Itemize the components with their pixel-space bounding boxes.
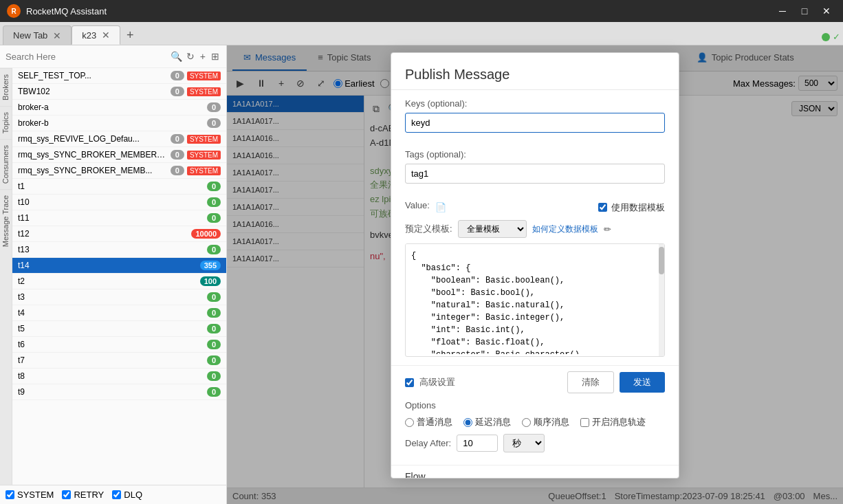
radio-ordered[interactable]: 顺序消息 [522,416,569,428]
sidebar-item-name: t9 [18,387,204,397]
sidebar-list-item[interactable]: t60 [12,337,226,353]
sidebar-list-item[interactable]: rmq_sys_SYNC_BROKER_MEMB...0SYSTEM [12,163,226,179]
sidebar-content: Brokers Topics Consumers Message Trace S… [0,68,226,485]
sidebar-item-badge: 0 [207,308,221,318]
filter-dlq[interactable]: DLQ [112,490,142,500]
tab-k23[interactable]: k23 ✕ [72,25,120,45]
sidebar-item-badge: 0 [207,324,221,333]
connection-icon: ✓ [833,32,840,42]
sidebar-list-item[interactable]: rmq_sys_REVIVE_LOG_Defau...0SYSTEM [12,131,226,147]
sidebar-list-item[interactable]: t1210000 [12,226,226,242]
sidebar-item-name: t13 [18,245,204,254]
title-bar: R RocketMQ Assistant ─ □ ✕ [0,0,843,22]
use-template-checkbox[interactable] [598,203,607,212]
tab-label: k23 [82,30,96,41]
sidebar-item-name: t2 [18,276,197,286]
file-icon[interactable]: 📄 [435,202,446,212]
tab-close-active-icon[interactable]: ✕ [102,30,110,41]
sidebar-item-badge: 0 [207,213,221,223]
sidebar-item-badge: 10000 [191,229,221,239]
template-select[interactable]: 全量模板 [458,220,527,238]
clear-button[interactable]: 清除 [567,371,614,393]
sidebar-item-tag: SYSTEM [187,87,221,96]
tab-bar: New Tab ✕ k23 ✕ + ✓ [0,22,843,45]
sidebar-item-name: t7 [18,355,204,365]
sidebar-item-tag: SYSTEM [187,135,221,144]
keys-input[interactable] [405,113,665,133]
sidebar-list-item[interactable]: t90 [12,384,226,400]
sidebar-item-tag: SYSTEM [187,72,221,80]
sidebar-item-name: broker-a [18,102,204,112]
sidebar-list-item[interactable]: t100 [12,195,226,210]
sidebar-list-item[interactable]: t10 [12,179,226,195]
sidebar-list-item[interactable]: t2100 [12,274,226,289]
sidebar-list-item[interactable]: TBW1020SYSTEM [12,84,226,100]
sidebar-label-consumers[interactable]: Consumers [0,139,12,189]
radio-normal[interactable]: 普通消息 [405,416,452,428]
sidebar-label-message-trace[interactable]: Message Trace [0,189,12,252]
sidebar-list-item[interactable]: t130 [12,242,226,258]
sidebar-list-item[interactable]: t14355 [12,258,226,274]
value-textarea-container: { "basic": { "boolean": Basic.boolean(),… [405,243,665,357]
flow-label: Flow [405,471,665,479]
minimize-button[interactable]: ─ [773,1,792,21]
sidebar-item-name: t6 [18,340,204,349]
send-button[interactable]: 发送 [620,372,665,393]
keys-section: Keys (optional): [391,90,679,141]
value-label: Value: [405,200,430,210]
sidebar-list-item[interactable]: broker-a0 [12,100,226,116]
sidebar-item-name: t3 [18,292,204,302]
sidebar-list-item[interactable]: broker-b0 [12,116,226,131]
edit-template-icon[interactable]: ✏ [604,224,611,234]
tab-new-tab[interactable]: New Tab ✕ [3,25,72,45]
sidebar-list-item[interactable]: SELF_TEST_TOP...0SYSTEM [12,68,226,84]
sidebar-item-name: t10 [18,197,204,207]
maximize-button[interactable]: □ [795,1,814,21]
textarea-scrollbar [659,244,664,356]
advanced-checkbox[interactable] [405,378,414,387]
template-row: 预定义模板: 全量模板 如何定义数据模板 ✏ [405,220,665,238]
checkbox-trace[interactable]: 开启消息轨迹 [580,416,646,428]
sidebar-item-badge: 0 [207,292,221,302]
sidebar-list-item[interactable]: t80 [12,369,226,384]
delay-label: Delay After: [405,438,451,448]
filter-system[interactable]: SYSTEM [6,490,54,500]
sidebar-list-item[interactable]: t110 [12,210,226,226]
sidebar-label-brokers[interactable]: Brokers [0,68,12,106]
flow-section: Flow Send N record[s] at a time: [391,465,679,479]
modal-title: Publish Message [391,53,679,90]
sidebar-list-item[interactable]: t30 [12,289,226,305]
filter-retry[interactable]: RETRY [62,490,104,500]
delay-unit-select[interactable]: 秒 分 时 [503,434,545,452]
more-icon[interactable]: ⊞ [210,50,221,63]
sidebar-item-name: rmq_sys_REVIVE_LOG_Defau... [18,134,168,144]
add-icon[interactable]: + [199,50,207,63]
sidebar-item-badge: 0 [207,371,221,381]
define-template-link[interactable]: 如何定义数据模板 [532,223,598,235]
tags-input[interactable] [405,164,665,184]
sidebar-footer: SYSTEM RETRY DLQ [0,485,226,504]
app-icon: R [7,4,21,18]
value-textarea[interactable]: { "basic": { "boolean": Basic.boolean(),… [406,244,664,354]
close-button[interactable]: ✕ [817,1,836,21]
sidebar-label-topics[interactable]: Topics [0,106,12,139]
sidebar-item-name: rmq_sys_SYNC_BROKER_MEMBER_broker-a [18,150,168,160]
sidebar-list-item[interactable]: t70 [12,353,226,369]
sidebar-item-name: t8 [18,371,204,381]
delay-input[interactable] [457,435,498,452]
sidebar-item-name: t5 [18,324,204,333]
sidebar-item-badge: 0 [207,182,221,191]
sidebar-item-badge: 0 [207,355,221,365]
tab-label: New Tab [13,30,47,41]
sidebar-item-badge: 0 [207,340,221,349]
refresh-icon[interactable]: ↻ [185,50,196,63]
sidebar-list-item[interactable]: rmq_sys_SYNC_BROKER_MEMBER_broker-a0SYST… [12,147,226,163]
tab-close-icon[interactable]: ✕ [53,30,61,41]
search-input[interactable] [6,52,168,62]
sidebar-list-item[interactable]: t40 [12,305,226,321]
radio-delayed[interactable]: 延迟消息 [463,416,511,428]
use-template-label: 使用数据模板 [611,201,665,214]
sidebar-list-item[interactable]: t50 [12,321,226,337]
tab-add-button[interactable]: + [120,25,140,45]
sidebar-item-badge: 0 [207,197,221,207]
